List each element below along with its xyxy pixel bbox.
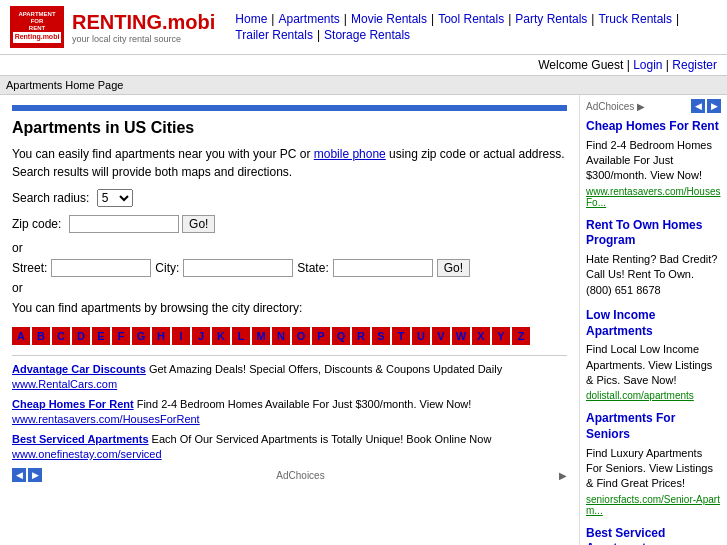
welcome-bar: Welcome Guest | Login | Register (0, 55, 727, 76)
alpha-btn-j[interactable]: J (192, 327, 210, 345)
sidebar-ad-0: Cheap Homes For RentFind 2-4 Bedroom Hom… (586, 119, 721, 208)
alpha-btn-f[interactable]: F (112, 327, 130, 345)
or-text-2: or (12, 281, 567, 295)
sidebar-ad-0-desc: Find 2-4 Bedroom Homes Available For Jus… (586, 138, 721, 184)
content-area: Apartments in US Cities You can easily f… (0, 95, 579, 545)
address-row: Street: City: State: Go! (12, 259, 567, 277)
alpha-btn-t[interactable]: T (392, 327, 410, 345)
bottom-ad-0-title[interactable]: Advantage Car Discounts (12, 363, 146, 375)
nav-apartments[interactable]: Apartments (278, 12, 339, 26)
zip-code-row: Zip code: Go! (12, 215, 567, 233)
address-go-button[interactable]: Go! (437, 259, 470, 277)
sidebar-ad-1-desc: Hate Renting? Bad Credit? Call Us! Rent … (586, 252, 721, 298)
bottom-ad-1-title[interactable]: Cheap Homes For Rent (12, 398, 134, 410)
alpha-btn-b[interactable]: B (32, 327, 50, 345)
ad-next-button[interactable]: ▶ (28, 468, 42, 482)
nav-sep: | (271, 12, 274, 26)
sidebar-ad-4-title[interactable]: Best Serviced Apartments (586, 526, 665, 545)
sidebar-ad-2-desc: Find Local Low Income Apartments. View L… (586, 342, 721, 388)
bottom-ad-2: Best Serviced Apartments Each Of Our Ser… (12, 432, 567, 463)
zip-go-button[interactable]: Go! (182, 215, 215, 233)
alpha-btn-c[interactable]: C (52, 327, 70, 345)
bottom-ads: Advantage Car Discounts Get Amazing Deal… (12, 355, 567, 482)
nav-sep: | (508, 12, 511, 26)
logo-image: APARTMENTFORRENT Renting.mobi (10, 6, 64, 48)
site-ext: .mobi (162, 11, 215, 33)
alpha-btn-r[interactable]: R (352, 327, 370, 345)
city-label: City: (155, 261, 179, 275)
nav-storage-rentals[interactable]: Storage Rentals (324, 28, 410, 42)
alpha-btn-d[interactable]: D (72, 327, 90, 345)
alpha-btn-m[interactable]: M (252, 327, 270, 345)
alpha-btn-n[interactable]: N (272, 327, 290, 345)
search-radius-row: Search radius: 5 10 25 50 (12, 189, 567, 207)
state-input[interactable] (333, 259, 433, 277)
sidebar-ad-3-url[interactable]: seniorsfacts.com/Senior-Apartm... (586, 494, 720, 516)
alpha-btn-u[interactable]: U (412, 327, 430, 345)
nav-truck-rentals[interactable]: Truck Rentals (598, 12, 672, 26)
alpha-btn-o[interactable]: O (292, 327, 310, 345)
page-title: Apartments in US Cities (12, 119, 567, 137)
nav-sep: | (591, 12, 594, 26)
nav-home[interactable]: Home (235, 12, 267, 26)
bottom-ad-2-title[interactable]: Best Serviced Apartments (12, 433, 149, 445)
nav-movie-rentals[interactable]: Movie Rentals (351, 12, 427, 26)
alpha-btn-p[interactable]: P (312, 327, 330, 345)
search-radius-select[interactable]: 5 10 25 50 (97, 189, 133, 207)
sidebar-ad-3-desc: Find Luxury Apartments For Seniors. View… (586, 446, 721, 492)
sidebar-ad-prev-button[interactable]: ◀ (691, 99, 705, 113)
ad-prev-button[interactable]: ◀ (12, 468, 26, 482)
sidebar-ad-3-title[interactable]: Apartments For Seniors (586, 411, 675, 441)
site-title: RENTING.mobi (72, 11, 215, 34)
alpha-btn-e[interactable]: E (92, 327, 110, 345)
sidebar-ad-0-title[interactable]: Cheap Homes For Rent (586, 119, 719, 133)
sidebar-ad-1-title[interactable]: Rent To Own Homes Program (586, 218, 702, 248)
alpha-btn-q[interactable]: Q (332, 327, 350, 345)
adchoices-label: AdChoices (276, 470, 324, 481)
alpha-btn-z[interactable]: Z (512, 327, 530, 345)
welcome-text: Welcome Guest (538, 58, 623, 72)
alpha-btn-s[interactable]: S (372, 327, 390, 345)
bottom-ad-0: Advantage Car Discounts Get Amazing Deal… (12, 362, 567, 393)
logo-box: APARTMENTFORRENT Renting.mobi RENTING.mo… (10, 6, 215, 48)
sidebar-ad-2-title[interactable]: Low Income Apartments (586, 308, 655, 338)
sidebar: AdChoices ▶ ◀ ▶ Cheap Homes For RentFind… (579, 95, 727, 545)
bottom-ad-2-url[interactable]: www.onefinestay.com/serviced (12, 448, 162, 460)
alpha-btn-h[interactable]: H (152, 327, 170, 345)
alpha-btn-k[interactable]: K (212, 327, 230, 345)
sidebar-ad-0-url[interactable]: www.rentasavers.com/HousesFo... (586, 186, 721, 208)
alpha-btn-w[interactable]: W (452, 327, 470, 345)
bottom-ad-1: Cheap Homes For Rent Find 2-4 Bedroom Ho… (12, 397, 567, 428)
bottom-ad-2-desc: Each Of Our Serviced Apartments is Total… (152, 433, 492, 445)
street-input[interactable] (51, 259, 151, 277)
sidebar-ad-2-url[interactable]: dolistall.com/apartments (586, 390, 694, 401)
header: APARTMENTFORRENT Renting.mobi RENTING.mo… (0, 0, 727, 55)
nav-party-rentals[interactable]: Party Rentals (515, 12, 587, 26)
alpha-btn-i[interactable]: I (172, 327, 190, 345)
bottom-ad-0-url[interactable]: www.RentalCars.com (12, 378, 117, 390)
street-label: Street: (12, 261, 47, 275)
nav-trailer-rentals[interactable]: Trailer Rentals (235, 28, 313, 42)
alpha-btn-l[interactable]: L (232, 327, 250, 345)
alpha-btn-x[interactable]: X (472, 327, 490, 345)
state-label: State: (297, 261, 328, 275)
alpha-btn-a[interactable]: A (12, 327, 30, 345)
main-layout: Apartments in US Cities You can easily f… (0, 95, 727, 545)
site-tagline: your local city rental source (72, 34, 215, 44)
zip-input[interactable] (69, 215, 179, 233)
alphabet-nav: ABCDEFGHIJKLMNOPQRSTUVWXYZ (12, 327, 567, 345)
alpha-btn-v[interactable]: V (432, 327, 450, 345)
sidebar-ad-next-button[interactable]: ▶ (707, 99, 721, 113)
nav-tool-rentals[interactable]: Tool Rentals (438, 12, 504, 26)
search-radius-label: Search radius: (12, 191, 89, 205)
bottom-ad-1-desc: Find 2-4 Bedroom Homes Available For Jus… (137, 398, 472, 410)
alpha-btn-g[interactable]: G (132, 327, 150, 345)
mobile-phone-link[interactable]: mobile phone (314, 147, 386, 161)
sidebar-ad-nav: ◀ ▶ (691, 99, 721, 113)
sidebar-adchoices-label: AdChoices ▶ (586, 101, 645, 112)
alpha-btn-y[interactable]: Y (492, 327, 510, 345)
city-input[interactable] (183, 259, 293, 277)
register-link[interactable]: Register (672, 58, 717, 72)
login-link[interactable]: Login (633, 58, 662, 72)
bottom-ad-1-url[interactable]: www.rentasavers.com/HousesForRent (12, 413, 200, 425)
